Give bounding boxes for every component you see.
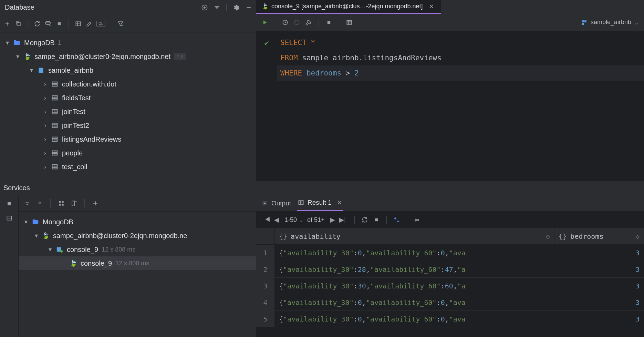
ql-console-icon[interactable]: QL [96, 21, 105, 27]
chevron-down-icon[interactable]: ▾ [28, 67, 34, 74]
tree-table[interactable]: ›joinTest2 [0, 119, 256, 132]
sql-editor[interactable]: ✔ SELECT * FROM sample_airbnb.listingsAn… [256, 31, 644, 181]
cell-bedrooms[interactable]: 3 [554, 261, 644, 277]
explain-plan-icon[interactable] [345, 19, 353, 26]
chevron-down-icon[interactable]: ▾ [14, 53, 21, 60]
gear-icon[interactable] [232, 4, 240, 11]
database-tree[interactable]: ▾ MongoDB 1 ▾ 🍃 sampe_airbnb@cluster0-2e… [0, 32, 256, 181]
chevron-down-icon[interactable]: ▾ [23, 218, 29, 226]
cell-bedrooms[interactable]: 3 [554, 294, 644, 310]
stop-square-icon[interactable] [6, 200, 13, 207]
history-icon[interactable] [281, 19, 289, 26]
svg-rect-17 [328, 21, 330, 23]
svg-point-2 [49, 25, 50, 26]
plus-icon[interactable] [3, 20, 11, 28]
svg-rect-7 [39, 68, 43, 73]
result-grid[interactable]: {} availability ◇ {} bedrooms ◇ 1{"avail… [256, 228, 644, 337]
first-page-icon[interactable]: ⎸◀ [261, 216, 269, 224]
table-row[interactable]: 1{"availability_30": 0, "availability_60… [256, 245, 644, 261]
last-page-icon[interactable]: ▶⎸ [341, 216, 348, 224]
column-header-availability[interactable]: {} availability ◇ [275, 228, 554, 244]
edit-icon[interactable] [85, 20, 93, 28]
tree-table[interactable]: ›fieldsTest [0, 91, 256, 105]
close-icon[interactable]: ✕ [428, 3, 435, 10]
compare-icon[interactable] [393, 216, 401, 224]
tree-database[interactable]: ▾ sample_airbnb [0, 63, 256, 77]
chevron-right-icon[interactable]: › [42, 81, 48, 88]
refresh-icon[interactable] [33, 20, 41, 28]
minimize-icon[interactable] [245, 4, 252, 11]
chevron-right-icon[interactable]: › [42, 122, 48, 129]
table-row[interactable]: 3{"availability_30": 30, "availability_6… [256, 278, 644, 294]
table-row[interactable]: 5{"availability_30": 0, "availability_60… [256, 311, 644, 327]
tree-item-console[interactable]: ▾ console_9 12 s 808 ms [19, 243, 256, 256]
tab-output[interactable]: Output [261, 195, 291, 211]
services-tree[interactable]: ▾ MongoDB ▾ 🍃 sampe_airbnb@cluster0-2ejq… [19, 212, 256, 337]
chevron-down-icon[interactable]: ⌄ [299, 216, 304, 223]
cell-bedrooms[interactable]: 3 [554, 245, 644, 261]
svg-point-5 [122, 24, 123, 26]
chevron-down-icon[interactable]: ▾ [4, 39, 10, 47]
table-icon [51, 108, 59, 115]
tree-table[interactable]: ›collection.with.dot [0, 77, 256, 91]
pin-icon[interactable] [413, 216, 421, 224]
cell-bedrooms[interactable]: 3 [554, 311, 644, 327]
chevron-right-icon[interactable]: › [42, 163, 48, 171]
cell-availability[interactable]: {"availability_30": 0, "availability_60"… [275, 311, 554, 327]
tree-table[interactable]: ›joinTest [0, 105, 256, 119]
braces-icon: {} [279, 232, 287, 241]
tree-item[interactable]: ▾ MongoDB [19, 215, 256, 229]
plus-icon[interactable] [92, 200, 99, 207]
column-header-bedrooms[interactable]: {} bedrooms ◇ [554, 228, 644, 244]
table-row[interactable]: 2{"availability_30": 28, "availability_6… [256, 261, 644, 278]
sort-icon[interactable]: ◇ [635, 232, 640, 241]
wrench-icon[interactable] [305, 19, 312, 26]
svg-point-16 [294, 20, 299, 24]
chevron-down-icon[interactable]: ▾ [33, 232, 39, 239]
cell-bedrooms[interactable]: 3 [554, 278, 644, 294]
layout-icon[interactable] [6, 214, 13, 222]
chevron-right-icon[interactable]: › [42, 150, 48, 157]
stop-icon[interactable] [373, 216, 380, 224]
tree-table[interactable]: ›listingsAndReviews [0, 132, 256, 146]
tree-root-mongodb[interactable]: ▾ MongoDB 1 [0, 36, 256, 50]
table-view-icon[interactable] [74, 20, 82, 28]
sync-filter-icon[interactable] [44, 20, 52, 28]
bookmark-add-icon[interactable] [70, 200, 77, 207]
tree-item-console-leaf[interactable]: 🍃 console_9 12 s 808 ms [19, 256, 256, 270]
tree-table[interactable]: ›test_coll [0, 160, 256, 174]
filter-funnel-icon[interactable] [117, 20, 124, 28]
tree-table[interactable]: ›people [0, 146, 256, 160]
stop-icon[interactable] [55, 20, 63, 28]
expand-icon[interactable] [36, 200, 43, 207]
prev-page-icon[interactable]: ◀ [273, 216, 280, 224]
chevron-down-icon[interactable]: ▾ [47, 246, 53, 253]
next-page-icon[interactable]: ▶ [329, 216, 336, 224]
stop-icon[interactable] [325, 19, 333, 26]
tab-result[interactable]: Result 1 ✕ [297, 195, 343, 211]
grid-icon[interactable] [58, 200, 65, 207]
filter-stack-icon[interactable] [213, 4, 221, 11]
copy-icon[interactable] [14, 20, 22, 28]
sort-icon[interactable]: ◇ [546, 232, 550, 241]
table-row[interactable]: 4{"availability_30": 0, "availability_60… [256, 294, 644, 311]
tree-item[interactable]: ▾ 🍃 sampe_airbnb@cluster0-2ejqn.mongodb.… [19, 229, 256, 243]
cell-availability[interactable]: {"availability_30": 0, "availability_60"… [275, 294, 554, 310]
add-datasource-icon[interactable] [201, 4, 208, 11]
svg-rect-18 [347, 20, 351, 24]
editor-tab[interactable]: 🍃 console_9 [sampe_airbnb@clus…-2ejqn.mo… [256, 0, 441, 14]
datasource-name[interactable]: sample_airbnb [591, 19, 631, 26]
reload-icon[interactable] [361, 216, 368, 224]
chevron-right-icon[interactable]: › [42, 94, 48, 102]
run-icon[interactable] [261, 19, 269, 26]
cell-availability[interactable]: {"availability_30": 30, "availability_60… [275, 278, 554, 294]
chevron-right-icon[interactable]: › [42, 108, 48, 115]
chevron-down-icon[interactable]: ⌄ [634, 19, 639, 26]
chevron-right-icon[interactable]: › [42, 136, 48, 143]
tree-connection[interactable]: ▾ 🍃 sampe_airbnb@cluster0-2ejqn.mongodb.… [0, 50, 256, 63]
close-icon[interactable]: ✕ [336, 199, 343, 206]
rollback-icon[interactable] [293, 19, 301, 26]
cell-availability[interactable]: {"availability_30": 28, "availability_60… [275, 261, 554, 277]
collapse-icon[interactable] [23, 200, 31, 207]
cell-availability[interactable]: {"availability_30": 0, "availability_60"… [275, 245, 554, 261]
